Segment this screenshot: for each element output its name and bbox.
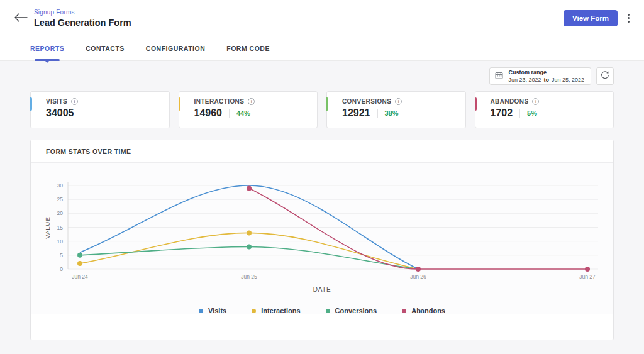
- page-header: Signup Forms Lead Generation Form View F…: [0, 0, 644, 36]
- stat-card-conversions: CONVERSIONS i 12921 38%: [326, 91, 466, 128]
- range-end-date: Jun 25, 2022: [552, 77, 584, 83]
- stat-value: 1702: [491, 108, 513, 119]
- svg-text:10: 10: [57, 238, 64, 245]
- refresh-button[interactable]: [596, 67, 614, 85]
- back-arrow-icon: [14, 13, 28, 25]
- legend-label: Abandons: [411, 307, 445, 314]
- view-form-button[interactable]: View Form: [564, 10, 618, 26]
- tab-contacts[interactable]: CONTACTS: [86, 36, 125, 60]
- legend-dot-icon: [199, 309, 203, 313]
- chart-line-abandons[interactable]: [249, 188, 587, 269]
- stat-card-interactions: INTERACTIONS i 14960 44%: [179, 91, 318, 128]
- svg-text:15: 15: [57, 224, 64, 231]
- legend-dot-icon: [402, 309, 406, 313]
- chart-point-abandons-jun-25[interactable]: [247, 185, 252, 191]
- breadcrumb[interactable]: Signup Forms: [34, 9, 131, 16]
- date-range-picker[interactable]: Custom range Jun 23, 2022toJun 25, 2022: [489, 67, 591, 85]
- legend-dot-icon: [326, 309, 330, 313]
- svg-text:Jun 24: Jun 24: [72, 274, 88, 280]
- legend-item-interactions[interactable]: Interactions: [252, 307, 300, 314]
- chart-legend: VisitsInteractionsConversionsAbandons: [31, 307, 613, 314]
- stat-value: 34005: [46, 108, 74, 119]
- legend-item-visits[interactable]: Visits: [199, 307, 226, 314]
- stat-value: 14960: [194, 108, 223, 119]
- page-title: Lead Generation Form: [34, 18, 131, 28]
- chart-line-conversions[interactable]: [80, 247, 418, 270]
- tab-reports[interactable]: REPORTS: [30, 36, 64, 60]
- stat-accent-visits: [30, 97, 32, 111]
- legend-label: Visits: [208, 307, 226, 314]
- stat-card-visits: VISITS i 34005: [30, 91, 170, 128]
- svg-text:25: 25: [57, 196, 64, 202]
- stat-accent-conversions: [326, 97, 328, 111]
- stat-percent: 38%: [385, 109, 399, 117]
- calendar-icon: [495, 70, 503, 82]
- range-start-date: Jun 23, 2022: [508, 77, 541, 83]
- stat-accent-interactions: [179, 97, 180, 111]
- chart-point-conversions-jun-24[interactable]: [77, 253, 82, 258]
- legend-item-abandons[interactable]: Abandons: [402, 307, 445, 314]
- svg-text:20: 20: [57, 210, 64, 216]
- toolbar: Custom range Jun 23, 2022toJun 25, 2022: [30, 67, 614, 85]
- tab-bar: REPORTS CONTACTS CONFIGURATION FORM CODE: [0, 36, 644, 61]
- stat-percent: 5%: [527, 109, 537, 117]
- more-options-kebab-icon[interactable]: [623, 10, 634, 26]
- chart-point-abandons-jun-27[interactable]: [585, 267, 590, 272]
- legend-item-conversions[interactable]: Conversions: [326, 307, 377, 314]
- chart-body: 051015202530Jun 24Jun 25Jun 26Jun 27VALU…: [31, 163, 613, 314]
- chart-point-abandons-jun-26[interactable]: [416, 267, 421, 272]
- tab-configuration[interactable]: CONFIGURATION: [146, 36, 205, 60]
- info-icon[interactable]: i: [532, 98, 539, 105]
- legend-label: Conversions: [335, 307, 377, 314]
- stats-row: VISITS i 34005 INTERACTIONS i 14960 44% …: [30, 91, 614, 128]
- stat-label: INTERACTIONS: [194, 98, 245, 105]
- date-range-text: Custom range Jun 23, 2022toJun 25, 2022: [508, 69, 584, 84]
- refresh-icon: [601, 70, 609, 82]
- svg-text:Jun 26: Jun 26: [410, 274, 426, 280]
- svg-text:Jun 27: Jun 27: [579, 274, 596, 280]
- stat-label: VISITS: [46, 98, 67, 105]
- chart-point-interactions-jun-24[interactable]: [77, 261, 82, 266]
- stat-card-abandons: ABANDONS i 1702 5%: [475, 91, 614, 128]
- info-icon[interactable]: i: [248, 98, 255, 105]
- stat-separator: [519, 109, 520, 118]
- stat-separator: [229, 109, 230, 118]
- stat-separator: [377, 109, 378, 118]
- chart-title: FORM STATS OVER TIME: [46, 148, 131, 155]
- svg-text:Jun 25: Jun 25: [241, 274, 257, 280]
- form-stats-card: FORM STATS OVER TIME 051015202530Jun 24J…: [30, 140, 614, 340]
- svg-text:0: 0: [60, 266, 63, 272]
- stat-percent: 44%: [236, 109, 250, 117]
- chart-point-conversions-jun-25[interactable]: [247, 245, 252, 250]
- back-button[interactable]: [11, 9, 30, 28]
- main-content: Custom range Jun 23, 2022toJun 25, 2022 …: [0, 67, 644, 340]
- date-range-label: Custom range: [508, 69, 584, 76]
- x-axis-title: DATE: [31, 286, 613, 293]
- title-block: Signup Forms Lead Generation Form: [34, 9, 131, 28]
- tab-form-code[interactable]: FORM CODE: [226, 36, 270, 60]
- svg-text:5: 5: [60, 252, 63, 258]
- stat-accent-abandons: [475, 97, 477, 111]
- stat-value: 12921: [342, 108, 370, 119]
- form-stats-line-chart[interactable]: 051015202530Jun 24Jun 25Jun 26Jun 27VALU…: [31, 168, 613, 285]
- svg-text:30: 30: [57, 182, 64, 189]
- stat-label: ABANDONS: [491, 98, 529, 105]
- svg-text:VALUE: VALUE: [44, 216, 51, 238]
- info-icon[interactable]: i: [395, 98, 402, 105]
- legend-dot-icon: [252, 309, 256, 313]
- info-icon[interactable]: i: [71, 98, 78, 105]
- stat-label: CONVERSIONS: [342, 98, 391, 105]
- legend-label: Interactions: [261, 307, 300, 314]
- range-separator: to: [541, 77, 552, 83]
- date-range-values: Jun 23, 2022toJun 25, 2022: [508, 77, 584, 84]
- chart-point-interactions-jun-25[interactable]: [247, 230, 252, 235]
